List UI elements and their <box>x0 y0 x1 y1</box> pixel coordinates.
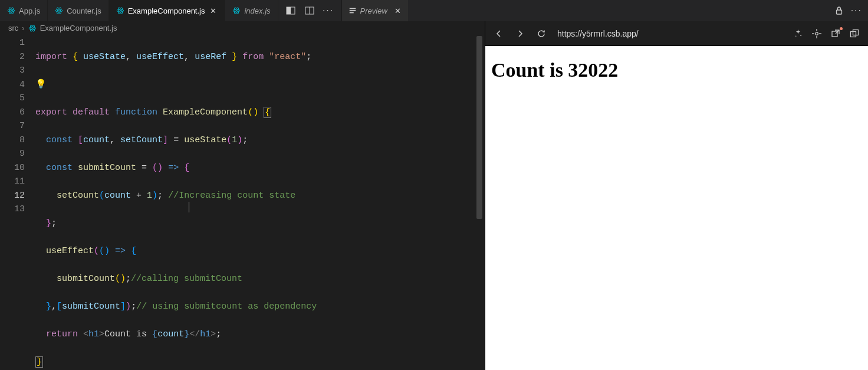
react-icon <box>7 6 15 15</box>
lightbulb-icon[interactable]: 💡 <box>35 80 47 90</box>
url-field[interactable]: https://y5rmrl.csb.app/ <box>557 29 782 38</box>
browser-address-bar: https://y5rmrl.csb.app/ <box>485 21 868 46</box>
more-icon[interactable]: ··· <box>851 5 862 16</box>
text-cursor <box>189 202 189 212</box>
tab-example-component-js[interactable]: ExampleComponent.js ✕ <box>109 0 226 21</box>
new-window-icon[interactable] <box>849 28 860 39</box>
svg-point-29 <box>795 35 797 37</box>
tab-label: Preview <box>360 6 387 15</box>
tab-preview[interactable]: Preview ✕ <box>341 0 408 21</box>
target-icon[interactable] <box>811 28 822 39</box>
close-icon[interactable]: ✕ <box>208 6 218 15</box>
tab-bar: App.js Counter.js ExampleComponent.js ✕ … <box>0 0 868 21</box>
browser-viewport[interactable]: Count is 32022 <box>485 46 868 370</box>
svg-point-30 <box>816 32 818 35</box>
close-icon[interactable]: ✕ <box>394 6 401 15</box>
tab-app-js[interactable]: App.js <box>0 0 48 21</box>
svg-rect-22 <box>349 12 353 14</box>
svg-rect-23 <box>836 10 841 14</box>
tab-counter-js[interactable]: Counter.js <box>48 0 109 21</box>
svg-point-7 <box>58 10 60 11</box>
lock-icon[interactable] <box>834 6 844 15</box>
breadcrumb-folder[interactable]: src <box>8 24 18 32</box>
line-gutter: 12345678910111213 <box>0 35 35 370</box>
svg-point-28 <box>800 35 801 36</box>
title-bar-actions: ··· <box>828 0 868 21</box>
tab-index-js[interactable]: index.js <box>225 0 278 21</box>
react-icon <box>116 6 124 15</box>
react-icon <box>232 6 241 15</box>
svg-rect-17 <box>287 7 291 14</box>
svg-point-15 <box>236 10 238 11</box>
open-external-icon[interactable] <box>830 28 841 39</box>
sparkle-icon[interactable] <box>793 28 803 39</box>
preview-icon <box>348 6 357 15</box>
react-icon <box>28 24 37 32</box>
svg-point-11 <box>120 10 121 11</box>
tab-label: Counter.js <box>67 6 101 15</box>
diff-icon[interactable] <box>285 5 296 16</box>
svg-point-27 <box>32 28 33 29</box>
code-editor[interactable]: 12345678910111213 import { useState, use… <box>0 35 485 370</box>
editor-tab-actions: ··· <box>278 0 341 21</box>
svg-point-3 <box>11 10 12 11</box>
code-content[interactable]: import { useState, useEffect, useRef } f… <box>35 35 485 370</box>
chevron-right-icon: › <box>22 24 24 32</box>
svg-rect-21 <box>349 10 356 11</box>
more-icon[interactable]: ··· <box>323 5 334 16</box>
tab-label: ExampleComponent.js <box>128 6 205 15</box>
preview-pane: https://y5rmrl.csb.app/ <box>485 21 868 370</box>
react-icon <box>55 6 63 15</box>
breadcrumb[interactable]: src › ExampleComponent.js <box>0 21 485 35</box>
svg-rect-20 <box>349 8 356 9</box>
editor-pane: src › ExampleComponent.js 12345678910111… <box>0 21 485 370</box>
reload-icon[interactable] <box>536 28 547 39</box>
preview-heading: Count is 32022 <box>491 59 862 81</box>
breadcrumb-file[interactable]: ExampleComponent.js <box>40 24 117 32</box>
tab-label: index.js <box>244 6 270 15</box>
svg-rect-35 <box>832 31 837 37</box>
back-icon[interactable] <box>494 28 504 39</box>
tab-label: App.js <box>19 6 40 15</box>
forward-icon[interactable] <box>515 28 525 39</box>
split-editor-icon[interactable] <box>304 5 315 16</box>
